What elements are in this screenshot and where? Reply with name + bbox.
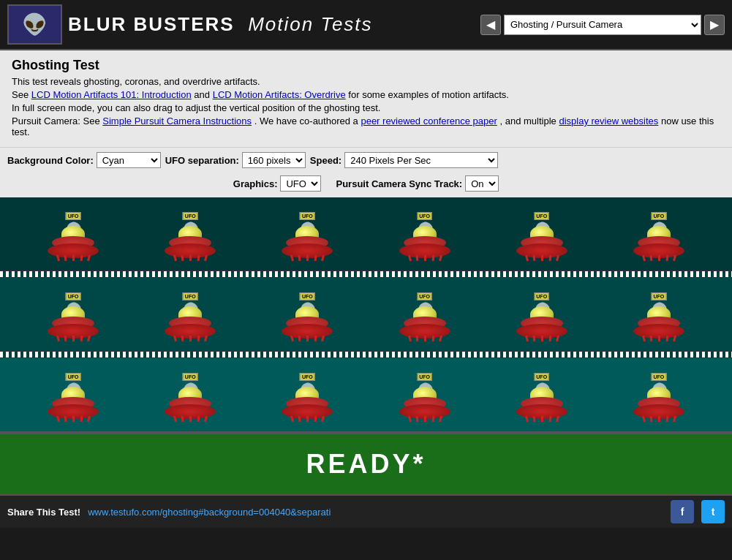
ufo-leg — [548, 254, 551, 260]
ufo-leg — [181, 335, 184, 341]
ufo-leg — [189, 255, 192, 261]
ufo-leg — [439, 415, 442, 422]
ufo-label: UFO — [66, 212, 81, 220]
ufo-sep-select[interactable]: 80 pixels120 pixels160 pixels200 pixels2… — [242, 152, 306, 168]
link-lcd-overdrive[interactable]: LCD Motion Artifacts: Overdrive — [213, 89, 346, 100]
ufo-leg — [87, 335, 91, 341]
info-line2-mid: and — [194, 89, 212, 100]
share-link[interactable]: www.testufo.com/ghosting#background=0040… — [88, 507, 663, 518]
ufo-label: UFO — [417, 373, 432, 381]
ufo-leg — [525, 254, 529, 261]
ufo-leg — [666, 335, 669, 341]
ufo-leg — [415, 335, 418, 341]
ufo-leg — [673, 335, 676, 341]
page-select[interactable]: Ghosting / Pursuit CameraTestUFO HomeFra… — [504, 15, 701, 35]
info-line1: This test reveals ghosting, coronas, and… — [12, 76, 720, 87]
ufo-leg — [197, 254, 200, 260]
ufo-leg — [204, 415, 208, 422]
ufo-label: UFO — [417, 292, 432, 300]
ufo-legs — [637, 336, 681, 341]
ufo-legs — [520, 336, 564, 341]
ufo-leg — [321, 415, 325, 422]
ready-text: READY* — [15, 449, 717, 480]
ufo-leg — [80, 415, 83, 421]
twitter-button[interactable]: t — [701, 500, 725, 523]
ufo-leg — [80, 254, 83, 260]
ufo-row-3: UFO 👽 UFO 👽 UFO 👽 — [0, 358, 732, 431]
link-lcd-intro[interactable]: LCD Motion Artifacts 101: Introduction — [31, 89, 192, 100]
link-conference-paper[interactable]: peer reviewed conference paper — [361, 116, 497, 126]
ufo-leg — [650, 335, 653, 341]
ufo-sprite: UFO 👽 — [513, 291, 571, 338]
ufo-leg — [556, 415, 559, 422]
ufo-leg — [80, 335, 83, 341]
ufo-sprite: UFO 👽 — [44, 211, 102, 258]
ufo-leg — [72, 255, 75, 261]
ufo-row-2: UFO 👽 UFO 👽 UFO 👽 — [0, 278, 732, 351]
bg-color-select[interactable]: CyanBlackWhiteGrayDark Gray — [97, 152, 161, 168]
ufo-leg — [541, 255, 543, 261]
ufo-leg — [56, 254, 60, 261]
graphics-control: Graphics: UFOBallText — [233, 175, 322, 192]
ufo-label: UFO — [66, 373, 81, 381]
ufo-leg — [298, 254, 301, 260]
ufo-leg — [548, 335, 551, 341]
ufo-sprite: UFO 👽 — [161, 211, 219, 258]
share-label: Share This Test! — [7, 507, 80, 518]
ufo-sprite: UFO 👽 — [44, 291, 102, 338]
nav-prev-button[interactable]: ◀ — [480, 15, 501, 35]
ufo-leg — [431, 254, 434, 260]
dot-divider-2 — [0, 351, 732, 358]
ufo-sprite: UFO 👽 — [161, 371, 219, 419]
ufo-label: UFO — [534, 373, 549, 381]
ufo-leg — [197, 415, 200, 421]
logo-area: 👽 BLUR BUSTERS Motion Tests — [7, 4, 473, 45]
ufo-leg — [525, 415, 529, 422]
ufo-leg — [541, 336, 543, 341]
facebook-button[interactable]: f — [671, 500, 694, 523]
site-title: BLUR BUSTERS Motion Tests — [68, 13, 373, 36]
ufo-legs — [520, 255, 564, 261]
ufo-leg — [197, 335, 200, 341]
title-plain: BLUR BUSTERS — [68, 13, 235, 35]
ufo-leg — [541, 416, 543, 422]
title-italic: Motion Tests — [248, 13, 372, 35]
ufo-leg — [415, 415, 418, 421]
ufo-leg — [532, 335, 535, 341]
ufo-leg — [439, 254, 442, 261]
graphics-select[interactable]: UFOBallText — [280, 175, 321, 192]
ufo-leg — [439, 335, 442, 341]
ufo-leg — [306, 336, 309, 341]
ufo-legs — [285, 336, 329, 341]
ufo-leg — [181, 254, 184, 260]
ufo-leg — [298, 335, 301, 341]
graphics-label: Graphics: — [233, 178, 278, 189]
ufo-label: UFO — [534, 212, 549, 220]
bg-color-control: Background Color: CyanBlackWhiteGrayDark… — [7, 152, 161, 168]
ufo-leg — [290, 254, 294, 261]
ufo-label: UFO — [183, 212, 198, 220]
ufo-label: UFO — [534, 292, 549, 300]
ufo-label: UFO — [300, 373, 315, 381]
ufo-legs — [403, 336, 447, 341]
ufo-label: UFO — [651, 373, 666, 381]
link-display-reviews[interactable]: display review websites — [559, 116, 658, 126]
ufo-label: UFO — [417, 212, 432, 220]
ufo-leg — [642, 415, 646, 422]
ufo-sprite: UFO 👽 — [396, 371, 454, 419]
sync-select[interactable]: OnOff — [465, 175, 499, 192]
link-pursuit-instructions[interactable]: Simple Pursuit Camera Instructions — [102, 116, 252, 126]
ufo-leg — [173, 415, 177, 422]
ufo-sprite: UFO 👽 — [513, 371, 571, 419]
ufo-leg — [525, 335, 529, 341]
ufo-leg — [666, 254, 669, 260]
ufo-legs — [168, 255, 212, 261]
ufo-legs — [285, 416, 329, 422]
nav-next-button[interactable]: ▶ — [704, 15, 725, 35]
ufo-leg — [658, 416, 660, 422]
ufo-leg — [173, 335, 177, 341]
ufo-leg — [64, 335, 67, 341]
ufo-leg — [658, 255, 660, 261]
logo-emoji: 👽 — [22, 12, 48, 37]
speed-select[interactable]: 60 Pixels Per Sec120 Pixels Per Sec240 P… — [344, 152, 498, 168]
